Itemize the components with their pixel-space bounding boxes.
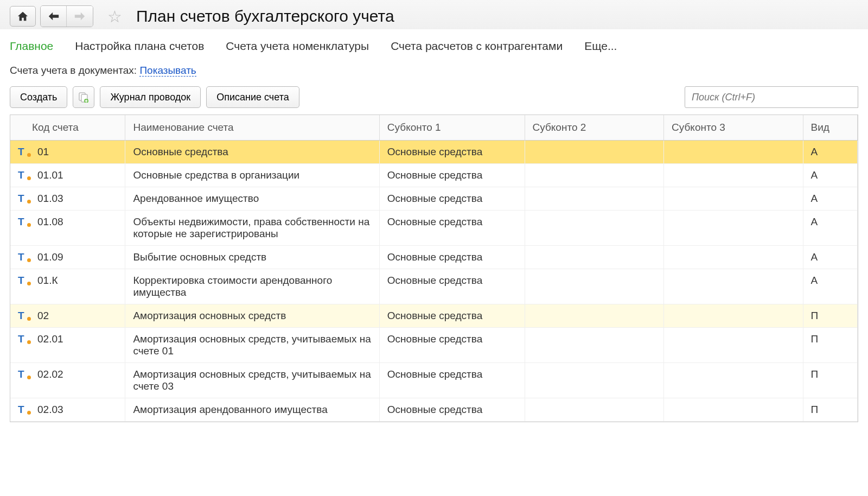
- tab-3[interactable]: Счета расчетов с контрагентами: [391, 40, 563, 53]
- cell-sub3: [664, 398, 803, 422]
- col-code[interactable]: Код счета: [10, 115, 125, 141]
- cell-name: Объекты недвижимости, права собственност…: [125, 211, 379, 246]
- cell-sub2: [525, 398, 664, 422]
- cell-sub1: Основные средства: [379, 363, 525, 398]
- account-icon: Т: [18, 169, 29, 181]
- col-sub1[interactable]: Субконто 1: [379, 115, 525, 141]
- cell-type: А: [803, 211, 857, 246]
- accounts-table: Код счета Наименование счета Субконто 1 …: [10, 115, 858, 422]
- cell-sub1: Основные средства: [379, 398, 525, 422]
- tab-2[interactable]: Счета учета номенклатуры: [226, 40, 369, 53]
- cell-sub3: [664, 246, 803, 269]
- accounts-table-wrap: Код счета Наименование счета Субконто 1 …: [10, 115, 858, 422]
- cell-code: 02: [34, 310, 49, 322]
- cell-sub2: [525, 187, 664, 211]
- tab-0[interactable]: Главное: [10, 40, 53, 53]
- cell-code: 01.09: [34, 251, 63, 263]
- table-row[interactable]: Т01.03Арендованное имуществоОсновные сре…: [10, 187, 858, 211]
- account-icon: Т: [18, 146, 29, 158]
- cell-sub2: [525, 164, 664, 187]
- cell-code: 01.08: [34, 216, 63, 228]
- cell-sub2: [525, 211, 664, 246]
- cell-sub3: [664, 164, 803, 187]
- arrow-right-icon: [74, 12, 86, 21]
- cell-sub2: [525, 363, 664, 398]
- cell-name: Арендованное имущество: [125, 187, 379, 211]
- account-icon: Т: [18, 310, 29, 322]
- table-row[interactable]: Т01.01Основные средства в организацииОсн…: [10, 164, 858, 187]
- table-row[interactable]: Т02.03Амортизация арендованного имуществ…: [10, 398, 858, 422]
- cell-code: 01.К: [34, 275, 58, 287]
- table-row[interactable]: Т02.02Амортизация основных средств, учит…: [10, 363, 858, 398]
- cell-code: 01.03: [34, 193, 63, 205]
- tabs: ГлавноеНастройка плана счетовСчета учета…: [0, 30, 868, 63]
- cell-sub1: Основные средства: [379, 246, 525, 269]
- tab-4[interactable]: Еще...: [584, 40, 617, 53]
- col-sub2[interactable]: Субконто 2: [525, 115, 664, 141]
- cell-code: 02.03: [34, 404, 63, 416]
- account-icon: Т: [18, 251, 29, 263]
- cell-code: 01.01: [34, 169, 63, 181]
- tab-1[interactable]: Настройка плана счетов: [75, 40, 204, 53]
- cell-type: А: [803, 187, 857, 211]
- cell-sub1: Основные средства: [379, 211, 525, 246]
- col-sub3[interactable]: Субконто 3: [664, 115, 803, 141]
- copy-button[interactable]: [73, 86, 94, 108]
- documents-accounts-option: Счета учета в документах: Показывать: [0, 63, 868, 84]
- cell-name: Амортизация арендованного имущества: [125, 398, 379, 422]
- back-button[interactable]: [41, 6, 67, 27]
- table-row[interactable]: Т01Основные средстваОсновные средстваА: [10, 141, 858, 164]
- cell-sub2: [525, 328, 664, 363]
- table-row[interactable]: Т01.ККорректировка стоимости арендованно…: [10, 269, 858, 304]
- cell-type: А: [803, 246, 857, 269]
- favorite-star-icon[interactable]: ☆: [107, 7, 122, 26]
- cell-sub2: [525, 269, 664, 304]
- cell-type: П: [803, 328, 857, 363]
- cell-type: А: [803, 141, 857, 164]
- cell-sub3: [664, 363, 803, 398]
- forward-button[interactable]: [67, 6, 93, 27]
- arrow-left-icon: [48, 12, 60, 21]
- cell-sub3: [664, 328, 803, 363]
- cell-name: Корректировка стоимости арендованного им…: [125, 269, 379, 304]
- create-button[interactable]: Создать: [10, 86, 67, 108]
- table-row[interactable]: Т01.09Выбытие основных средствОсновные с…: [10, 246, 858, 269]
- account-icon: Т: [18, 216, 29, 228]
- cell-name: Основные средства в организации: [125, 164, 379, 187]
- option-show-link[interactable]: Показывать: [139, 65, 196, 77]
- home-button[interactable]: [10, 6, 36, 27]
- cell-name: Основные средства: [125, 141, 379, 164]
- page-title: План счетов бухгалтерского учета: [136, 7, 394, 26]
- cell-sub2: [525, 304, 664, 328]
- cell-type: П: [803, 304, 857, 328]
- cell-sub3: [664, 269, 803, 304]
- cell-code: 01: [34, 146, 49, 158]
- cell-sub1: Основные средства: [379, 269, 525, 304]
- table-header-row: Код счета Наименование счета Субконто 1 …: [10, 115, 858, 141]
- describe-button[interactable]: Описание счета: [206, 86, 299, 108]
- option-label: Счета учета в документах:: [10, 65, 137, 76]
- account-icon: Т: [18, 404, 29, 416]
- cell-name: Выбытие основных средств: [125, 246, 379, 269]
- table-row[interactable]: Т02.01Амортизация основных средств, учит…: [10, 328, 858, 363]
- col-type[interactable]: Вид: [803, 115, 857, 141]
- copy-icon: [78, 92, 89, 103]
- table-row[interactable]: Т01.08Объекты недвижимости, права собств…: [10, 211, 858, 246]
- cell-type: П: [803, 363, 857, 398]
- cell-name: Амортизация основных средств, учитываемы…: [125, 363, 379, 398]
- search-input[interactable]: [685, 86, 858, 108]
- cell-type: П: [803, 398, 857, 422]
- cell-sub3: [664, 141, 803, 164]
- cell-name: Амортизация основных средств, учитываемы…: [125, 328, 379, 363]
- cell-code: 02.01: [34, 333, 63, 345]
- account-icon: Т: [18, 333, 29, 345]
- journal-button[interactable]: Журнал проводок: [100, 86, 201, 108]
- col-name[interactable]: Наименование счета: [125, 115, 379, 141]
- cell-sub1: Основные средства: [379, 328, 525, 363]
- cell-sub3: [664, 304, 803, 328]
- cell-type: А: [803, 164, 857, 187]
- table-row[interactable]: Т02Амортизация основных средствОсновные …: [10, 304, 858, 328]
- nav-back-forward: [40, 5, 93, 27]
- cell-sub1: Основные средства: [379, 187, 525, 211]
- topbar: ☆ План счетов бухгалтерского учета: [0, 0, 868, 30]
